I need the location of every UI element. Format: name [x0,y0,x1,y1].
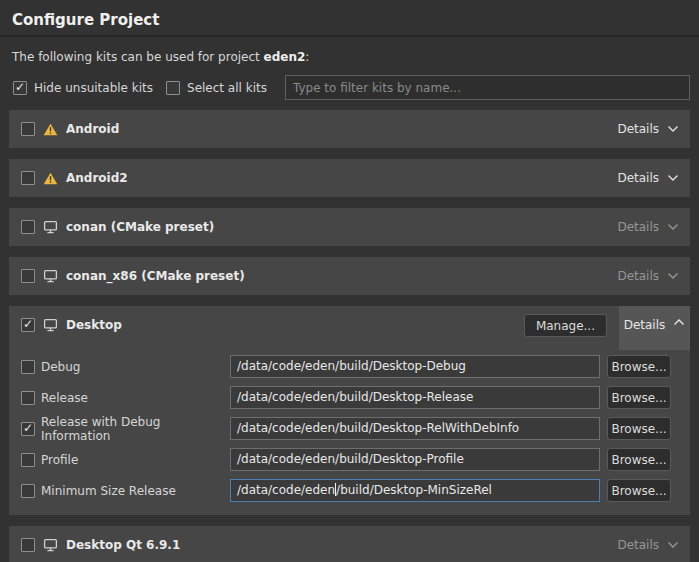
kit-section-conan-x86: conan_x86 (CMake preset) Details [9,257,690,295]
kit-checkbox[interactable] [21,318,35,332]
chevron-down-icon [667,223,679,231]
text-caret [335,483,336,496]
build-config-row-relwithdebinfo: Release with Debug Information /data/cod… [9,413,690,444]
desktop-icon [43,269,58,283]
kit-name: conan_x86 (CMake preset) [66,269,245,283]
chevron-down-icon [667,125,679,133]
desktop-icon [43,538,58,552]
kit-name: Android [66,122,119,136]
browse-button[interactable]: Browse... [607,417,671,440]
build-dir-input[interactable]: /data/code/eden/build/Desktop-RelWithDeb… [230,417,600,440]
page-title: Configure Project [0,0,699,29]
configure-project-panel: { "window": { "title": "Configure Projec… [0,0,699,562]
kit-name: Desktop [66,318,122,332]
build-dir-input[interactable]: /data/code/eden/build/Desktop-Debug [230,355,600,378]
config-checkbox[interactable] [21,453,35,467]
warning-icon [43,123,58,136]
intro-suffix: : [305,50,309,64]
chevron-down-icon [667,174,679,182]
hide-unsuitable-kits-option[interactable]: Hide unsuitable kits [13,81,153,95]
intro-prefix: The following kits can be used for proje… [12,50,264,64]
browse-button[interactable]: Browse... [607,448,671,471]
build-config-row-release: Release /data/code/eden/build/Desktop-Re… [9,382,690,413]
build-config-row-profile: Profile /data/code/eden/build/Desktop-Pr… [9,444,690,475]
config-label: Debug [41,360,230,374]
details-toggle[interactable]: Details [604,257,690,295]
details-toggle[interactable]: Details [604,208,690,246]
kit-header: conan (CMake preset) Details [9,208,690,246]
kit-header: conan_x86 (CMake preset) Details [9,257,690,295]
build-config-list: Debug /data/code/eden/build/Desktop-Debu… [9,344,690,515]
build-dir-input[interactable]: /data/code/eden/build/Desktop-Release [230,386,600,409]
kit-header: Android2 Details [9,159,690,197]
browse-button[interactable]: Browse... [607,479,671,502]
details-toggle[interactable]: Details [619,306,690,350]
config-label: Minimum Size Release [41,484,230,498]
details-label: Details [617,269,659,283]
kit-section-desktop-qt: Desktop Qt 6.9.1 Details [9,526,690,562]
config-checkbox[interactable] [21,360,35,374]
details-label: Details [617,171,659,185]
desktop-icon [43,318,58,332]
config-checkbox[interactable] [21,391,35,405]
kit-header: Android Details [9,110,690,148]
manage-button[interactable]: Manage... [524,314,607,337]
build-config-row-minsizerel: Minimum Size Release /data/code/eden/bui… [9,475,690,506]
config-checkbox[interactable] [21,422,35,436]
build-config-row-debug: Debug /data/code/eden/build/Desktop-Debu… [9,351,690,382]
kit-list: Android Details Android2 Details [0,110,699,562]
chevron-down-icon [667,541,679,549]
details-toggle[interactable]: Details [604,159,690,197]
select-all-label: Select all kits [187,81,267,95]
build-dir-input[interactable]: /data/code/eden/build/Desktop-Profile [230,448,600,471]
kit-name: Desktop Qt 6.9.1 [66,538,180,552]
build-dir-input[interactable]: /data/code/eden/build/Desktop-MinSizeRel [230,479,600,502]
kit-checkbox[interactable] [21,538,35,552]
chevron-down-icon [667,272,679,280]
config-label: Profile [41,453,230,467]
chevron-up-icon [673,318,685,326]
kit-checkbox[interactable] [21,220,35,234]
config-checkbox[interactable] [21,484,35,498]
desktop-icon [43,220,58,234]
kit-checkbox[interactable] [21,269,35,283]
details-label: Details [617,220,659,234]
kit-section-android: Android Details [9,110,690,148]
details-label: Details [617,538,659,552]
kit-name: Android2 [66,171,128,185]
details-toggle[interactable]: Details [604,110,690,148]
hide-unsuitable-label: Hide unsuitable kits [34,81,153,95]
details-label: Details [617,122,659,136]
kit-name: conan (CMake preset) [66,220,214,234]
details-toggle[interactable]: Details [604,526,690,562]
warning-icon [43,172,58,185]
kit-section-conan: conan (CMake preset) Details [9,208,690,246]
title-divider [0,35,699,37]
config-label: Release with Debug Information [41,415,230,443]
kit-checkbox[interactable] [21,122,35,136]
kit-header: Desktop Manage... [9,306,690,344]
config-label: Release [41,391,230,405]
kit-checkbox[interactable] [21,171,35,185]
kit-controls: Hide unsuitable kits Select all kits [13,75,690,100]
kit-section-desktop: Desktop Manage... Details Debug /data/co… [9,306,690,515]
kit-header: Desktop Qt 6.9.1 Details [9,526,690,562]
browse-button[interactable]: Browse... [607,355,671,378]
browse-button[interactable]: Browse... [607,386,671,409]
project-name: eden2 [264,50,306,64]
hide-unsuitable-checkbox[interactable] [13,81,27,95]
intro-text: The following kits can be used for proje… [12,50,687,64]
details-label: Details [624,318,666,332]
select-all-kits-option[interactable]: Select all kits [166,81,267,95]
kit-filter-input[interactable] [285,75,690,100]
kit-section-android2: Android2 Details [9,159,690,197]
select-all-checkbox[interactable] [166,81,180,95]
